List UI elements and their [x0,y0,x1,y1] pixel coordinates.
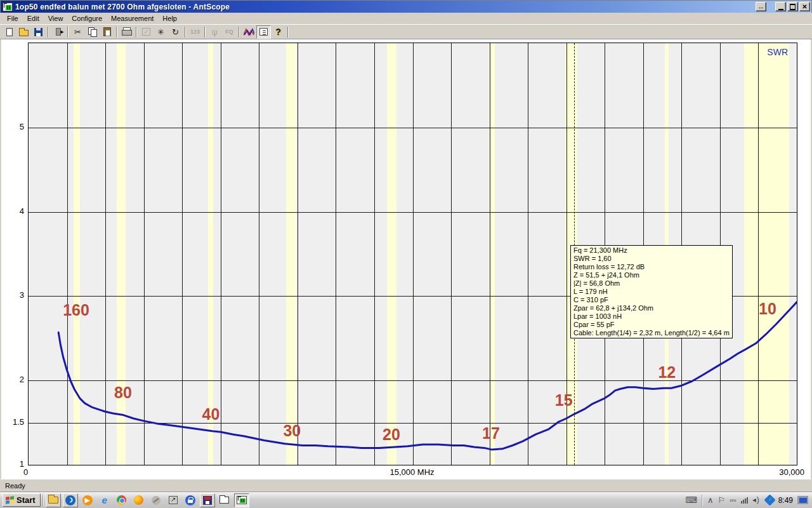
refresh-icon[interactable]: ↻ [168,25,183,39]
volume-icon[interactable] [752,497,761,504]
menubar: FileEditViewConfigureMeasurementHelp [0,13,812,24]
restore-button[interactable] [787,2,798,11]
y-tick-4: 4 [1,206,24,216]
thunderbird-icon[interactable]: ☽ [63,493,78,507]
tooltip-line: Z = 51,5 + j24,1 Ohm [573,271,730,279]
folder-open-icon[interactable] [217,493,232,507]
status-bar: Ready [0,479,812,491]
tooltip-line: Return loss = 12,72 dB [573,263,730,271]
swr-axis-label: SWR [767,47,788,57]
tooltip-line: |Z| = 56,8 Ohm [573,279,730,288]
y-tick-2: 2 [1,375,24,384]
band-label-160: 160 [63,300,89,319]
x-tick: 15,000 MHz [390,467,434,477]
help-icon[interactable]: ? [271,25,285,39]
y-tick-1: 1 [1,459,24,469]
new-icon[interactable] [2,25,16,39]
antscope-window: 1op50 endfed balun met 2700 Ohm afgeslot… [0,0,812,508]
taskbar: Start ☽▶e ⌨∧⚐⎓8:49 [0,491,812,508]
minimize-button[interactable] [775,2,786,11]
toolbar-separator [185,27,186,37]
curves-icon[interactable] [242,25,256,39]
firefox-icon[interactable] [131,493,147,507]
numbers-icon: 123 [188,25,202,39]
floppy-icon[interactable] [200,493,215,507]
x-tick: 0 [23,467,28,477]
band-label-30: 30 [283,421,301,439]
installer-icon[interactable] [166,493,181,507]
toolbar-separator [67,27,69,37]
cut-icon[interactable]: ✂ [70,25,85,39]
tooltip-line: L = 179 nH [573,288,730,296]
band-label-10: 10 [759,300,776,318]
toolbar: ✂✓✳↻123ψFQ? [0,24,812,39]
menu-file[interactable]: File [3,13,23,23]
tooltip-line: Fq = 21,300 MHz [573,246,730,255]
band-label-80: 80 [114,383,132,401]
fq-icon: FQ [222,25,237,39]
tooltip-line: Cpar = 55 pF [573,321,730,329]
hide-icons-chevron[interactable]: ∧ [707,496,714,504]
antscope-app-icon [3,3,13,11]
y-tick-3: 3 [1,290,24,300]
tray-separator [702,495,703,506]
tooltip-line: C = 310 pF [573,296,730,304]
save-icon[interactable] [31,25,46,39]
window-title: 1op50 endfed balun met 2700 Ohm afgeslot… [15,3,756,11]
windows-logo-icon [6,496,14,504]
marker-icon[interactable]: ✳ [154,25,168,39]
band-label-12: 12 [658,363,676,381]
titlebar: 1op50 endfed balun met 2700 Ohm afgeslot… [0,0,812,13]
toolbar-separator [204,27,206,37]
open-icon[interactable] [16,25,31,39]
copy-icon[interactable] [85,25,100,39]
paste-icon[interactable] [100,25,114,39]
lock-icon[interactable] [183,493,198,507]
menu-measurement[interactable]: Measurement [107,13,158,23]
flag-icon[interactable]: ⚐ [718,496,726,504]
chrome-icon[interactable] [114,493,129,507]
toolbar-separator [136,27,137,37]
tooltip-line: Lpar = 1003 nH [573,312,730,321]
band-label-17: 17 [482,424,500,442]
tooltip-line: SWR = 1,60 [573,255,730,263]
media-player-icon[interactable]: ▶ [80,493,95,507]
scale-icon: ✓ [139,25,154,39]
chart-area: SWR 1608040302017151210Fq = 21,300 MHzSW… [0,39,812,479]
my-documents-icon[interactable] [46,493,61,507]
menu-help[interactable]: Help [158,13,181,23]
toolbar-separator [48,27,49,37]
antscope-task-button[interactable] [234,493,249,507]
start-button[interactable]: Start [3,493,41,507]
tooltip-line: Cable: Length(1/4) = 2,32 m, Length(1/2)… [573,329,730,337]
close-button[interactable]: ✕ [799,2,810,11]
band-label-15: 15 [555,391,573,409]
table-icon[interactable] [256,25,271,39]
wireless-icon: ψ [207,25,222,39]
menu-view[interactable]: View [44,13,68,23]
power-plug-icon[interactable]: ⎓ [730,496,736,504]
toolbar-separator [116,27,117,37]
print-icon[interactable] [119,25,134,39]
menu-edit[interactable]: Edit [23,13,44,23]
menu-configure[interactable]: Configure [67,13,107,23]
toolbar-separator [239,27,240,37]
signal-strength-icon[interactable] [741,497,748,504]
y-tick-5: 5 [1,122,24,131]
dropbox-icon[interactable] [764,494,775,505]
tray-clock: 8:49 [778,496,793,505]
y-tick-1.5: 1.5 [1,417,24,427]
band-label-40: 40 [202,405,220,424]
toolbar-separator [287,27,289,37]
display-icon[interactable] [797,496,808,504]
export-icon[interactable] [51,25,65,39]
tooltip-line: Zpar = 62,8 + j134,2 Ohm [573,304,730,312]
internet-explorer-icon[interactable]: e [97,493,112,507]
measurement-tooltip: Fq = 21,300 MHzSWR = 1,60Return loss = 1… [570,245,733,338]
satellite-icon[interactable] [148,493,164,507]
keyboard-icon[interactable]: ⌨ [685,496,697,504]
swr-plot[interactable]: SWR 1608040302017151210Fq = 21,300 MHzSW… [28,43,797,465]
x-tick: 30,000 [779,467,804,477]
resize-button[interactable]: ↔ [756,2,766,11]
status-text: Ready [5,482,25,490]
